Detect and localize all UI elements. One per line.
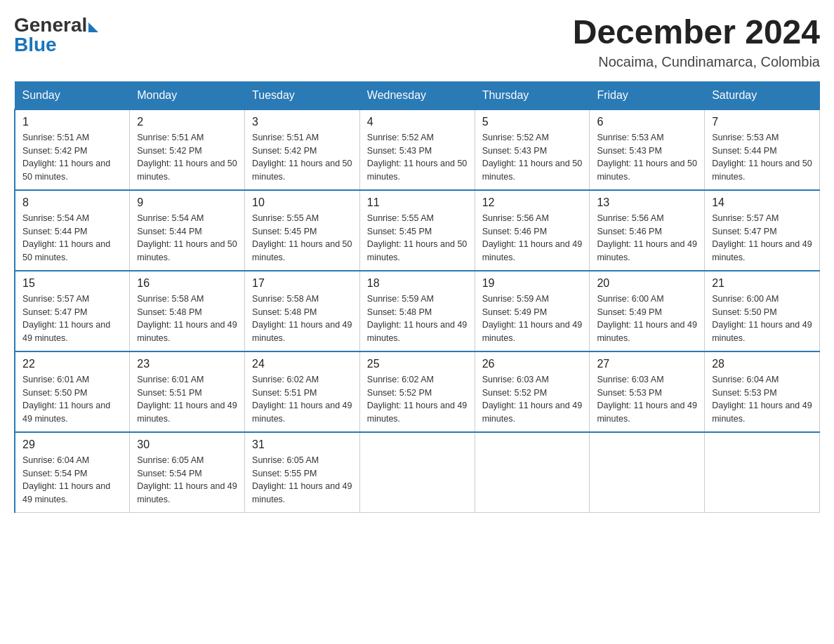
calendar-week-row: 1 Sunrise: 5:51 AM Sunset: 5:42 PM Dayli… xyxy=(15,109,820,190)
day-info: Sunrise: 6:02 AM Sunset: 5:52 PM Dayligh… xyxy=(367,373,468,426)
day-number: 2 xyxy=(137,116,237,128)
calendar-day-cell: 26 Sunrise: 6:03 AM Sunset: 5:52 PM Dayl… xyxy=(475,351,590,432)
calendar-day-cell: 5 Sunrise: 5:52 AM Sunset: 5:43 PM Dayli… xyxy=(475,109,590,190)
calendar-day-cell: 15 Sunrise: 5:57 AM Sunset: 5:47 PM Dayl… xyxy=(15,271,130,351)
day-info: Sunrise: 5:51 AM Sunset: 5:42 PM Dayligh… xyxy=(22,131,122,184)
day-info: Sunrise: 5:53 AM Sunset: 5:43 PM Dayligh… xyxy=(597,131,697,184)
day-number: 26 xyxy=(482,358,583,370)
day-info: Sunrise: 6:01 AM Sunset: 5:50 PM Dayligh… xyxy=(22,373,122,426)
day-info: Sunrise: 6:04 AM Sunset: 5:53 PM Dayligh… xyxy=(712,373,812,426)
calendar-day-cell: 1 Sunrise: 5:51 AM Sunset: 5:42 PM Dayli… xyxy=(15,109,130,190)
day-number: 12 xyxy=(482,196,583,209)
calendar-day-cell: 21 Sunrise: 6:00 AM Sunset: 5:50 PM Dayl… xyxy=(705,271,820,351)
day-number: 4 xyxy=(367,116,468,128)
day-info: Sunrise: 5:58 AM Sunset: 5:48 PM Dayligh… xyxy=(252,293,352,345)
col-thursday: Thursday xyxy=(475,81,590,109)
day-number: 31 xyxy=(252,438,352,451)
col-saturday: Saturday xyxy=(705,81,820,109)
col-monday: Monday xyxy=(130,81,245,109)
day-number: 28 xyxy=(712,358,812,370)
day-number: 15 xyxy=(22,277,122,290)
calendar-day-cell: 12 Sunrise: 5:56 AM Sunset: 5:46 PM Dayl… xyxy=(475,190,590,271)
calendar-day-cell xyxy=(359,432,475,513)
col-friday: Friday xyxy=(590,81,705,109)
day-info: Sunrise: 6:05 AM Sunset: 5:54 PM Dayligh… xyxy=(137,454,237,507)
calendar-day-cell: 9 Sunrise: 5:54 AM Sunset: 5:44 PM Dayli… xyxy=(130,190,245,271)
day-info: Sunrise: 5:59 AM Sunset: 5:48 PM Dayligh… xyxy=(367,293,468,345)
calendar-week-row: 15 Sunrise: 5:57 AM Sunset: 5:47 PM Dayl… xyxy=(15,271,820,351)
calendar-day-cell xyxy=(705,432,820,513)
day-info: Sunrise: 6:00 AM Sunset: 5:50 PM Dayligh… xyxy=(712,293,812,345)
calendar-day-cell: 6 Sunrise: 5:53 AM Sunset: 5:43 PM Dayli… xyxy=(590,109,705,190)
day-info: Sunrise: 5:55 AM Sunset: 5:45 PM Dayligh… xyxy=(252,212,352,264)
day-info: Sunrise: 5:51 AM Sunset: 5:42 PM Dayligh… xyxy=(137,131,237,184)
month-title: December 2024 xyxy=(573,14,820,51)
day-info: Sunrise: 5:57 AM Sunset: 5:47 PM Dayligh… xyxy=(22,293,122,345)
day-number: 10 xyxy=(252,196,352,209)
day-number: 16 xyxy=(137,277,237,290)
day-info: Sunrise: 5:57 AM Sunset: 5:47 PM Dayligh… xyxy=(712,212,812,264)
calendar-day-cell: 3 Sunrise: 5:51 AM Sunset: 5:42 PM Dayli… xyxy=(245,109,360,190)
day-number: 5 xyxy=(482,116,583,128)
calendar-day-cell: 24 Sunrise: 6:02 AM Sunset: 5:51 PM Dayl… xyxy=(245,351,360,432)
day-number: 27 xyxy=(597,358,697,370)
calendar-day-cell: 19 Sunrise: 5:59 AM Sunset: 5:49 PM Dayl… xyxy=(475,271,590,351)
day-number: 22 xyxy=(22,358,122,370)
day-number: 23 xyxy=(137,358,237,370)
logo: General Blue xyxy=(14,14,98,56)
day-number: 8 xyxy=(22,196,122,209)
day-number: 29 xyxy=(22,438,122,451)
day-info: Sunrise: 5:52 AM Sunset: 5:43 PM Dayligh… xyxy=(367,131,468,184)
day-number: 14 xyxy=(712,196,812,209)
day-number: 24 xyxy=(252,358,352,370)
day-info: Sunrise: 5:51 AM Sunset: 5:42 PM Dayligh… xyxy=(252,131,352,184)
day-info: Sunrise: 5:52 AM Sunset: 5:43 PM Dayligh… xyxy=(482,131,583,184)
calendar-day-cell: 25 Sunrise: 6:02 AM Sunset: 5:52 PM Dayl… xyxy=(359,351,475,432)
day-info: Sunrise: 5:56 AM Sunset: 5:46 PM Dayligh… xyxy=(597,212,697,264)
calendar-day-cell: 8 Sunrise: 5:54 AM Sunset: 5:44 PM Dayli… xyxy=(15,190,130,271)
location-subtitle: Nocaima, Cundinamarca, Colombia xyxy=(573,54,820,70)
calendar-day-cell: 22 Sunrise: 6:01 AM Sunset: 5:50 PM Dayl… xyxy=(15,351,130,432)
day-info: Sunrise: 6:03 AM Sunset: 5:52 PM Dayligh… xyxy=(482,373,583,426)
day-info: Sunrise: 5:56 AM Sunset: 5:46 PM Dayligh… xyxy=(482,212,583,264)
calendar-week-row: 8 Sunrise: 5:54 AM Sunset: 5:44 PM Dayli… xyxy=(15,190,820,271)
day-number: 6 xyxy=(597,116,697,128)
day-info: Sunrise: 5:54 AM Sunset: 5:44 PM Dayligh… xyxy=(137,212,237,264)
day-info: Sunrise: 5:55 AM Sunset: 5:45 PM Dayligh… xyxy=(367,212,468,264)
calendar-day-cell: 13 Sunrise: 5:56 AM Sunset: 5:46 PM Dayl… xyxy=(590,190,705,271)
calendar-day-cell: 10 Sunrise: 5:55 AM Sunset: 5:45 PM Dayl… xyxy=(245,190,360,271)
calendar-day-cell: 30 Sunrise: 6:05 AM Sunset: 5:54 PM Dayl… xyxy=(130,432,245,513)
calendar-day-cell: 14 Sunrise: 5:57 AM Sunset: 5:47 PM Dayl… xyxy=(705,190,820,271)
day-info: Sunrise: 6:05 AM Sunset: 5:55 PM Dayligh… xyxy=(252,454,352,507)
calendar-day-cell: 11 Sunrise: 5:55 AM Sunset: 5:45 PM Dayl… xyxy=(359,190,475,271)
day-info: Sunrise: 5:54 AM Sunset: 5:44 PM Dayligh… xyxy=(22,212,122,264)
calendar-day-cell: 4 Sunrise: 5:52 AM Sunset: 5:43 PM Dayli… xyxy=(359,109,475,190)
day-number: 20 xyxy=(597,277,697,290)
day-info: Sunrise: 6:02 AM Sunset: 5:51 PM Dayligh… xyxy=(252,373,352,426)
day-number: 3 xyxy=(252,116,352,128)
day-info: Sunrise: 6:01 AM Sunset: 5:51 PM Dayligh… xyxy=(137,373,237,426)
calendar-header-row: Sunday Monday Tuesday Wednesday Thursday… xyxy=(15,81,820,109)
calendar-table: Sunday Monday Tuesday Wednesday Thursday… xyxy=(14,81,820,513)
col-tuesday: Tuesday xyxy=(245,81,360,109)
calendar-day-cell: 2 Sunrise: 5:51 AM Sunset: 5:42 PM Dayli… xyxy=(130,109,245,190)
page-header: General Blue December 2024 Nocaima, Cund… xyxy=(14,14,820,70)
title-block: December 2024 Nocaima, Cundinamarca, Col… xyxy=(573,14,820,70)
day-number: 7 xyxy=(712,116,812,128)
calendar-day-cell: 16 Sunrise: 5:58 AM Sunset: 5:48 PM Dayl… xyxy=(130,271,245,351)
day-number: 18 xyxy=(367,277,468,290)
day-number: 19 xyxy=(482,277,583,290)
col-sunday: Sunday xyxy=(15,81,130,109)
calendar-day-cell: 17 Sunrise: 5:58 AM Sunset: 5:48 PM Dayl… xyxy=(245,271,360,351)
day-info: Sunrise: 6:00 AM Sunset: 5:49 PM Dayligh… xyxy=(597,293,697,345)
day-number: 17 xyxy=(252,277,352,290)
day-info: Sunrise: 5:59 AM Sunset: 5:49 PM Dayligh… xyxy=(482,293,583,345)
day-number: 21 xyxy=(712,277,812,290)
day-number: 11 xyxy=(367,196,468,209)
logo-arrow-icon xyxy=(88,22,98,32)
day-number: 13 xyxy=(597,196,697,209)
calendar-day-cell: 18 Sunrise: 5:59 AM Sunset: 5:48 PM Dayl… xyxy=(359,271,475,351)
day-number: 9 xyxy=(137,196,237,209)
col-wednesday: Wednesday xyxy=(359,81,475,109)
calendar-day-cell: 28 Sunrise: 6:04 AM Sunset: 5:53 PM Dayl… xyxy=(705,351,820,432)
